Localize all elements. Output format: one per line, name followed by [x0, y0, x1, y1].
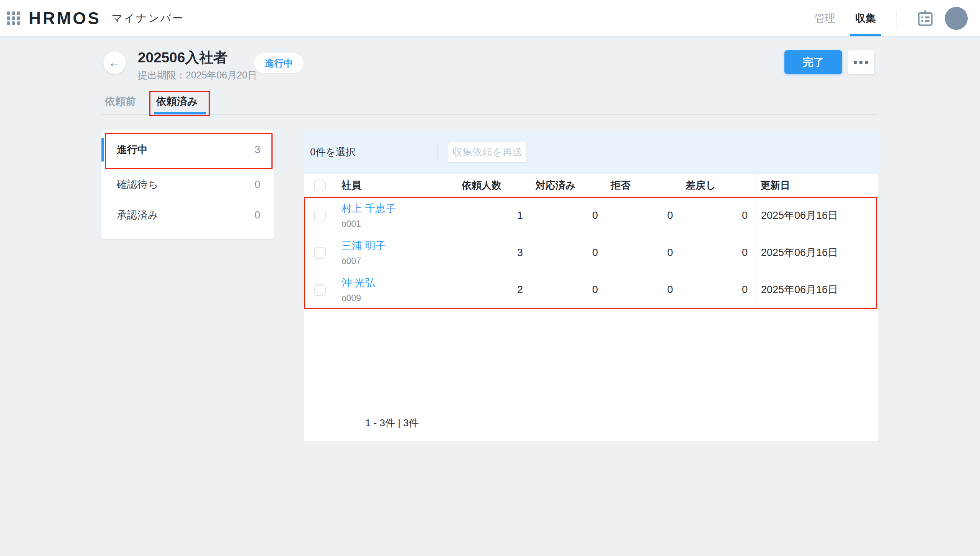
top-bar: HRMOS マイナンバー 管理 収集	[0, 0, 980, 37]
pagination-bar: 1 - 3件 | 3件	[304, 405, 878, 441]
col-header-done: 対応済み	[530, 174, 605, 197]
user-avatar[interactable]	[945, 7, 968, 30]
selection-toolbar: 0件を選択 収集依頼を再送	[304, 130, 878, 174]
sidebar-item-count: 0	[255, 179, 260, 191]
row-checkbox[interactable]	[314, 284, 326, 296]
nav-item-shushu-label: 収集	[855, 11, 876, 25]
toolbar-divider	[438, 142, 438, 163]
table-header-row: 社員 依頼人数 対応済み 拒否 差戻し 更新日	[304, 174, 878, 197]
requested-list-panel: 0件を選択 収集依頼を再送 社員 依頼人数 対応済み 拒否 差戻し 更新日 村上…	[304, 130, 878, 441]
brand-logo: HRMOS マイナンバー	[7, 9, 184, 28]
done-count: 0	[530, 271, 605, 308]
tab-before-request[interactable]: 依頼前	[105, 95, 136, 108]
selection-count-text: 0件を選択	[310, 145, 356, 159]
done-count: 0	[530, 234, 605, 271]
returned-count: 0	[680, 197, 755, 234]
updated-date: 2025年06月16日	[755, 197, 878, 234]
sidebar-item-count: 0	[255, 209, 260, 221]
more-button[interactable]	[848, 50, 874, 74]
apps-grid-icon	[7, 11, 20, 25]
updated-date: 2025年06月16日	[755, 234, 878, 271]
status-sidebar: 進行中 3 確認待ち 0 承認済み 0	[101, 130, 274, 239]
sidebar-item-count: 3	[255, 144, 260, 156]
nav-item-kanri-label: 管理	[815, 11, 835, 25]
returned-count: 0	[680, 271, 755, 308]
back-button[interactable]: ←	[103, 51, 126, 74]
sidebar-item-label: 進行中	[117, 143, 255, 157]
requested-count: 1	[456, 197, 530, 234]
top-nav: 管理 収集	[805, 0, 968, 36]
employee-code: o001	[341, 219, 361, 229]
col-header-requested-count: 依頼人数	[456, 174, 530, 197]
requested-count: 2	[456, 271, 530, 308]
col-header-rejected: 拒否	[605, 174, 680, 197]
pagination-summary: 1 - 3件 | 3件	[365, 416, 419, 430]
product-name: マイナンバー	[112, 11, 184, 26]
requested-count: 3	[456, 234, 530, 271]
employee-code: o007	[341, 256, 361, 266]
col-header-updated: 更新日	[755, 174, 878, 197]
arrow-left-icon: ←	[108, 55, 121, 70]
rejected-count: 0	[605, 197, 680, 234]
sidebar-item-in-progress[interactable]: 進行中 3	[101, 130, 274, 169]
status-badge: 進行中	[254, 53, 304, 73]
rejected-count: 0	[605, 234, 680, 271]
active-item-accent	[101, 138, 104, 161]
tasks-button[interactable]	[917, 10, 933, 27]
ellipsis-icon	[854, 61, 857, 64]
col-header-employee: 社員	[336, 174, 456, 197]
active-nav-underline	[850, 34, 881, 36]
row-checkbox[interactable]	[314, 210, 326, 222]
updated-date: 2025年06月16日	[755, 271, 878, 308]
employee-link[interactable]: 沖 光弘	[341, 276, 376, 290]
tabs-divider	[101, 114, 878, 115]
sidebar-item-label: 確認待ち	[117, 178, 255, 191]
rejected-count: 0	[605, 271, 680, 308]
empty-area	[304, 308, 878, 405]
sidebar-item-approved[interactable]: 承認済み 0	[101, 200, 274, 230]
done-count: 0	[530, 197, 605, 234]
table-row: 三浦 明子 o007 3 0 0 0 2025年06月16日	[304, 234, 878, 271]
nav-item-kanri[interactable]: 管理	[805, 0, 845, 36]
table-row: 沖 光弘 o009 2 0 0 0 2025年06月16日	[304, 271, 878, 308]
complete-button[interactable]: 完了	[784, 50, 842, 74]
nav-divider	[897, 10, 897, 26]
employee-link[interactable]: 村上 千恵子	[341, 202, 396, 215]
clipboard-icon	[917, 10, 933, 27]
resend-request-button[interactable]: 収集依頼を再送	[448, 142, 527, 163]
col-header-returned: 差戻し	[680, 174, 755, 197]
returned-count: 0	[680, 234, 755, 271]
tab-requested[interactable]: 依頼済み	[156, 95, 198, 108]
row-checkbox[interactable]	[314, 247, 326, 259]
employee-code: o009	[341, 293, 361, 303]
page-title: 202506入社者	[138, 48, 227, 67]
table-row: 村上 千恵子 o001 1 0 0 0 2025年06月16日	[304, 197, 878, 234]
employee-link[interactable]: 三浦 明子	[341, 239, 386, 253]
sidebar-item-awaiting-confirmation[interactable]: 確認待ち 0	[101, 169, 274, 200]
nav-item-shushu[interactable]: 収集	[845, 0, 886, 36]
sidebar-item-label: 承認済み	[117, 208, 255, 222]
brand-wordmark: HRMOS	[29, 9, 101, 28]
select-all-checkbox[interactable]	[314, 179, 326, 191]
deadline-text: 提出期限：2025年06月20日	[138, 69, 257, 82]
